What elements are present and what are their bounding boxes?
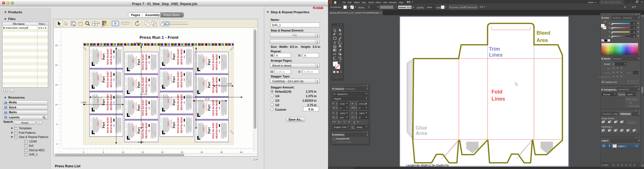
svg-text:5: 5 bbox=[57, 123, 58, 126]
svg-text:20: 20 bbox=[55, 64, 58, 66]
svg-text:Press Run 1 - Front: Press Run 1 - Front bbox=[140, 35, 178, 40]
svg-text:15: 15 bbox=[55, 84, 58, 86]
svg-text:6.25: 6.25 bbox=[227, 83, 232, 85]
svg-text:24.125: 24.125 bbox=[140, 93, 147, 95]
svg-text:1.625: 1.625 bbox=[81, 101, 87, 104]
svg-text:8.75: 8.75 bbox=[205, 98, 210, 100]
svg-text:10: 10 bbox=[55, 103, 58, 106]
svg-text:3.125: 3.125 bbox=[138, 141, 144, 143]
svg-text:0: 0 bbox=[57, 143, 58, 145]
svg-text:T: T bbox=[334, 41, 336, 45]
svg-text:0.5625: 0.5625 bbox=[134, 42, 141, 45]
svg-text:25: 25 bbox=[55, 44, 58, 47]
